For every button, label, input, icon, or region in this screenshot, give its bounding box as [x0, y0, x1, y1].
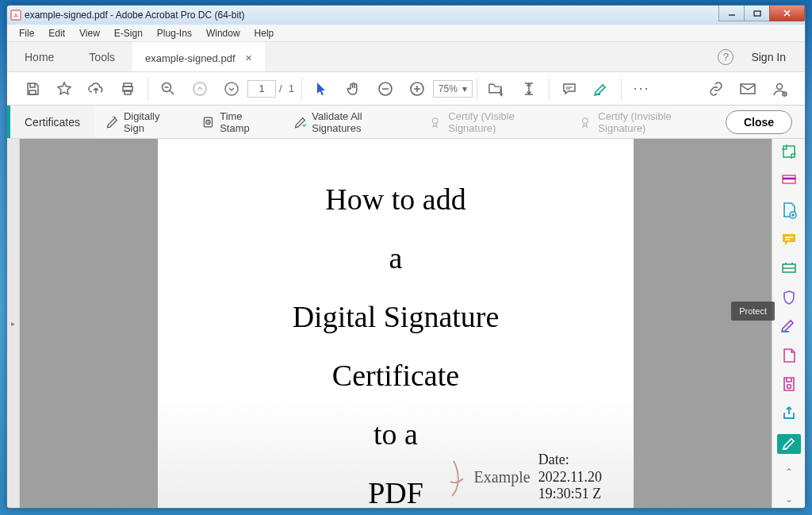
- svg-point-8: [193, 83, 206, 95]
- protect-tool-icon[interactable]: [779, 290, 799, 306]
- hand-tool-icon[interactable]: [343, 79, 364, 99]
- zoom-out-icon[interactable]: [375, 79, 396, 99]
- signature-tool-icon[interactable]: [777, 434, 801, 454]
- rail-scroll-down-icon[interactable]: ⌄: [785, 494, 793, 505]
- validate-signatures-button[interactable]: Validate All Signatures: [282, 106, 419, 138]
- total-pages: 1: [285, 83, 297, 94]
- application-window: A example-signed.pdf - Adobe Acrobat Pro…: [6, 5, 806, 509]
- menu-window[interactable]: Window: [199, 26, 247, 40]
- menu-esign[interactable]: E-Sign: [107, 26, 150, 40]
- create-pdf-icon[interactable]: [779, 202, 799, 219]
- toolbar-separator: [147, 78, 148, 100]
- mail-icon[interactable]: [737, 79, 758, 99]
- scroll-mode-icon[interactable]: [519, 79, 539, 99]
- tab-document-label: example-signed.pdf: [145, 52, 235, 64]
- menu-plugins[interactable]: Plug-Ins: [150, 26, 199, 40]
- fit-width-icon[interactable]: ▾: [487, 79, 508, 99]
- comment-icon[interactable]: [559, 79, 580, 99]
- doc-line-5: to a: [190, 417, 602, 452]
- left-panel-expand[interactable]: ▸: [7, 139, 20, 508]
- page-separator: /: [276, 83, 285, 94]
- organize-tool-icon[interactable]: [779, 347, 799, 363]
- window-title: example-signed.pdf - Adobe Acrobat Pro D…: [25, 10, 244, 21]
- svg-point-18: [583, 117, 588, 123]
- right-tools-rail: ⌃ ⌄: [772, 139, 805, 508]
- close-panel-button[interactable]: Close: [726, 110, 792, 134]
- time-stamp-button[interactable]: Time Stamp: [190, 106, 282, 138]
- minimize-button[interactable]: [718, 6, 745, 21]
- close-tab-icon[interactable]: ✕: [245, 53, 252, 63]
- highlighter-icon[interactable]: [591, 79, 611, 99]
- svg-rect-19: [783, 146, 795, 157]
- page-up-icon[interactable]: [190, 79, 210, 99]
- toolbar-separator: [301, 78, 302, 100]
- title-bar: A example-signed.pdf - Adobe Acrobat Pro…: [7, 6, 805, 25]
- svg-point-13: [777, 83, 783, 89]
- tab-tools[interactable]: Tools: [71, 42, 132, 71]
- toolbar-separator: [549, 78, 550, 100]
- pdf-page: How to add a Digital Signature Certifica…: [158, 139, 634, 508]
- link-icon[interactable]: [706, 79, 726, 99]
- certificates-toolbar: Certificates Digitally Sign Time Stamp V…: [7, 106, 805, 139]
- menu-help[interactable]: Help: [247, 26, 282, 40]
- tab-document-active[interactable]: example-signed.pdf ✕: [132, 42, 264, 71]
- comment-tool-icon[interactable]: [779, 232, 799, 248]
- menu-edit[interactable]: Edit: [41, 26, 72, 40]
- star-icon[interactable]: [54, 79, 75, 99]
- cloud-upload-icon[interactable]: [86, 79, 106, 99]
- export-tool-icon[interactable]: [779, 172, 799, 188]
- save-cloud-tool-icon[interactable]: [779, 376, 799, 392]
- save-icon[interactable]: [22, 79, 43, 99]
- svg-rect-6: [124, 90, 131, 94]
- svg-point-9: [225, 83, 238, 95]
- current-page-input[interactable]: [247, 80, 276, 98]
- more-tools-icon[interactable]: ···: [631, 79, 652, 99]
- main-toolbar: / 1 75% ▾ ▾ ···: [7, 72, 805, 106]
- page-down-icon[interactable]: [221, 79, 242, 99]
- tooltip-protect: Protect: [731, 302, 775, 321]
- share-tool-icon[interactable]: [779, 405, 799, 421]
- close-window-button[interactable]: [769, 6, 805, 21]
- svg-rect-12: [741, 84, 755, 94]
- doc-line-1: How to add: [190, 182, 602, 217]
- toolbar-separator: [477, 78, 477, 100]
- help-icon[interactable]: ?: [718, 49, 733, 65]
- toolbar-separator: [621, 78, 622, 100]
- digitally-sign-button[interactable]: Digitally Sign: [94, 106, 190, 138]
- pdf-file-icon: A: [10, 10, 21, 21]
- sign-in-button[interactable]: Sign In: [751, 51, 786, 63]
- signature-block[interactable]: Example Date: 2022.11.20 19:30:51 Z: [446, 452, 602, 503]
- doc-line-3: Digital Signature: [190, 299, 602, 334]
- svg-point-17: [433, 117, 439, 123]
- zoom-in-icon[interactable]: [407, 79, 427, 99]
- signature-flourish-icon: [446, 458, 466, 498]
- menu-bar: File Edit View E-Sign Plug-Ins Window He…: [7, 25, 805, 42]
- content-area: ▸ How to add a Digital Signature Certifi…: [7, 139, 805, 508]
- zoom-percent-dropdown[interactable]: 75% ▾: [433, 80, 473, 98]
- tab-home[interactable]: Home: [7, 42, 71, 71]
- certify-visible-button: Certify (Visible Signature): [419, 106, 569, 138]
- zoom-out-find-icon[interactable]: [158, 79, 178, 99]
- chevron-down-icon: ▾: [462, 83, 467, 94]
- doc-line-2: a: [190, 240, 602, 275]
- signature-text: Example: [474, 468, 530, 486]
- print-icon[interactable]: [117, 79, 138, 99]
- certificates-label: Certificates: [7, 106, 94, 138]
- zoom-value: 75%: [439, 83, 458, 94]
- menu-file[interactable]: File: [12, 26, 41, 40]
- window-buttons: [719, 6, 805, 23]
- document-viewport[interactable]: How to add a Digital Signature Certifica…: [20, 139, 772, 508]
- certify-invisible-button: Certify (Invisible Signature): [569, 106, 725, 138]
- pointer-tool-icon[interactable]: [312, 79, 332, 99]
- svg-rect-3: [754, 11, 760, 16]
- maximize-button[interactable]: [744, 6, 770, 21]
- svg-rect-4: [29, 90, 36, 94]
- account-icon[interactable]: [769, 79, 790, 99]
- svg-point-23: [787, 384, 791, 388]
- svg-text:A: A: [14, 13, 18, 18]
- sign-tool-icon[interactable]: [779, 318, 799, 334]
- scan-tool-icon[interactable]: [779, 260, 799, 276]
- menu-view[interactable]: View: [72, 26, 107, 40]
- crop-tool-icon[interactable]: [779, 144, 799, 159]
- rail-scroll-up-icon[interactable]: ⌃: [785, 467, 793, 478]
